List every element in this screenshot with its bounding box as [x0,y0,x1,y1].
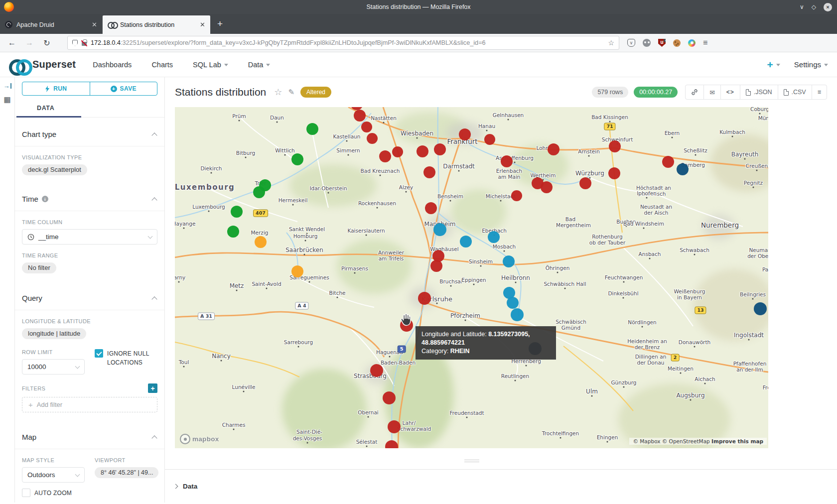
data-point[interactable] [430,260,442,272]
deckgl-map[interactable]: PrümDaunNastättenGelnhausenHanauBad Kiss… [175,107,768,448]
export-csv-button[interactable]: .CSV [778,85,812,99]
altered-badge[interactable]: Altered [300,87,331,98]
minimize-icon[interactable]: ∨ [800,3,804,10]
data-point[interactable] [677,163,689,175]
embed-code-button[interactable]: <> [721,85,740,99]
menu-icon[interactable]: ≡ [703,38,707,47]
data-point[interactable] [291,153,303,165]
nav-dashboards[interactable]: Dashboards [93,61,132,69]
add-filter-box[interactable]: + Add filter [22,397,157,412]
data-point[interactable] [361,122,372,132]
data-results-panel[interactable]: Data [165,469,837,503]
ublock-icon[interactable]: u2 [658,39,666,47]
data-point[interactable] [511,190,522,201]
add-filter-plus-button[interactable]: + [148,383,157,393]
data-point[interactable] [291,265,303,277]
viz-type-value[interactable]: deck.gl Scatterplot [22,164,87,175]
tab-data[interactable]: DATA [37,105,54,112]
nav-sql-lab[interactable]: SQL Lab [193,61,228,69]
data-point[interactable] [609,140,621,152]
resize-handle[interactable] [464,460,479,462]
data-point[interactable] [433,223,446,236]
new-tab-button[interactable]: + [217,18,223,29]
data-point[interactable] [484,134,495,145]
back-button[interactable]: ← [6,38,18,47]
close-icon[interactable]: × [824,3,832,11]
container-mask-icon[interactable] [643,39,651,47]
email-button[interactable]: ✉ [704,85,720,99]
data-point[interactable] [579,177,591,189]
expand-datasource-icon[interactable]: → [3,82,11,90]
data-point[interactable] [548,143,559,155]
url-bar[interactable]: 172.18.0.4:32251/superset/explore/?form_… [67,36,619,50]
dataset-grid-icon[interactable]: ▦ [3,95,10,104]
data-point[interactable] [662,156,674,168]
data-point[interactable] [383,391,396,404]
data-point[interactable] [460,236,472,248]
row-limit-select[interactable]: 10000 [22,359,85,375]
checkbox-checked-icon[interactable] [95,349,103,358]
favorite-star-icon[interactable]: ☆ [274,87,282,98]
map-style-select[interactable]: Outdoors [22,467,85,483]
ignore-null-checkbox-row[interactable]: IGNORE NULL LOCATIONS [95,349,157,367]
data-point[interactable] [541,181,553,193]
map-attribution[interactable]: © Mapbox © OpenStreetMap Improve this ma… [629,438,767,445]
data-point[interactable] [434,143,446,155]
settings-menu[interactable]: Settings [794,60,828,69]
viewport-value[interactable]: 8° 46' 45.28" | 49... [95,467,158,478]
section-time[interactable]: Timei [15,182,164,211]
data-point[interactable] [354,110,366,122]
data-point[interactable] [370,364,383,377]
data-point[interactable] [511,308,524,321]
pocket-icon[interactable]: ∨ [627,39,635,47]
time-column-select[interactable]: __time [22,229,157,245]
more-options-button[interactable]: ≡ [812,85,827,99]
data-point[interactable] [425,202,437,214]
data-point[interactable] [379,150,391,162]
data-point[interactable] [227,226,239,238]
reload-button[interactable]: ↻ [41,38,53,48]
bookmark-star-icon[interactable]: ☆ [608,39,614,47]
forward-button[interactable]: → [23,38,35,47]
improve-map-link[interactable]: Improve this map [711,438,763,444]
data-point[interactable] [503,255,515,267]
maximize-icon[interactable]: ◇ [812,3,816,10]
section-chart-type[interactable]: Chart type [15,118,164,146]
data-point[interactable] [459,128,471,140]
run-button[interactable]: RUN [22,82,90,95]
data-point[interactable] [231,206,243,218]
data-point[interactable] [423,166,435,178]
lonlat-value[interactable]: longitude | latitude [22,328,86,339]
auto-zoom-checkbox-row[interactable]: AUTO ZOOM [22,489,85,498]
mapbox-logo[interactable]: mapbox [180,434,219,444]
data-point[interactable] [392,146,403,157]
data-point[interactable] [367,133,378,144]
edit-properties-icon[interactable]: ✎ [288,88,294,97]
data-point[interactable] [253,186,265,198]
tracking-protection-icon[interactable] [72,40,78,46]
export-json-button[interactable]: .JSON [740,85,778,99]
section-query[interactable]: Query [15,281,164,310]
data-point[interactable] [608,167,620,179]
data-point[interactable] [255,236,267,248]
data-point[interactable] [754,302,767,315]
section-map[interactable]: Map [15,420,164,449]
nav-data[interactable]: Data [248,61,271,69]
cookie-extension-icon[interactable] [673,39,681,47]
data-point[interactable] [488,231,500,243]
tab-stations-distribution[interactable]: Stations distribution ✕ [103,15,210,34]
checkbox-unchecked-icon[interactable] [22,489,30,497]
data-point[interactable] [507,297,519,309]
save-button[interactable]: + SAVE [90,82,157,95]
nav-charts[interactable]: Charts [151,61,173,69]
insecure-lock-icon[interactable] [82,42,87,46]
data-point[interactable] [306,123,318,135]
tab-apache-druid[interactable]: Apache Druid ✕ [0,15,103,34]
data-point[interactable] [501,155,513,167]
data-point[interactable] [418,292,431,305]
copy-link-button[interactable] [686,85,704,99]
time-range-value[interactable]: No filter [22,262,56,273]
tab-close-icon[interactable]: ✕ [92,21,97,28]
superset-brand[interactable]: Superset [9,59,76,71]
data-point[interactable] [417,145,428,157]
